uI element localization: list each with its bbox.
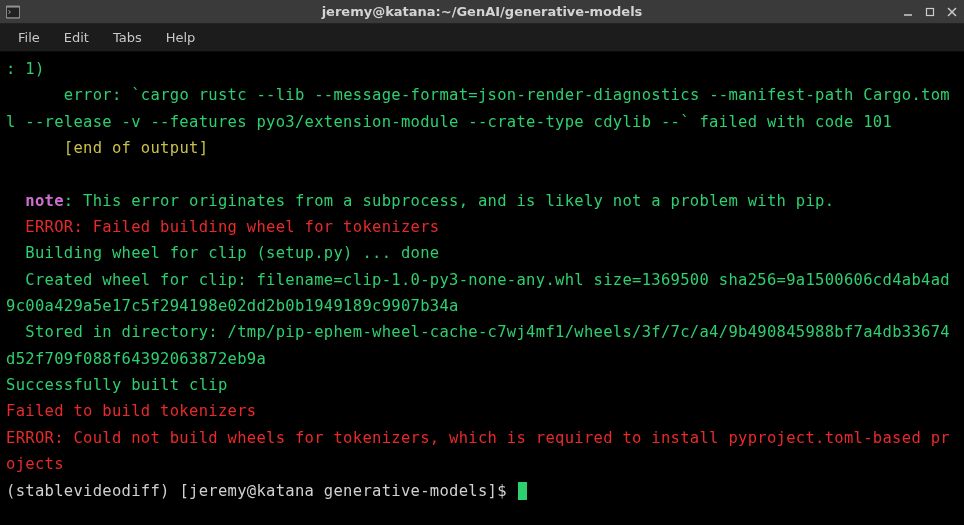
terminal-app-icon: [6, 5, 20, 19]
terminal-output[interactable]: : 1) error: `cargo rustc --lib --message…: [0, 52, 964, 525]
prompt-userhost: [jeremy@katana generative-models]$: [179, 482, 516, 500]
output-line: error: `cargo rustc --lib --message-form…: [6, 86, 950, 130]
minimize-button[interactable]: [902, 6, 914, 18]
menubar: File Edit Tabs Help: [0, 24, 964, 52]
menu-tabs[interactable]: Tabs: [103, 26, 152, 49]
prompt-env: (stablevideodiff): [6, 482, 179, 500]
output-line: Building wheel for clip (setup.py) ... d…: [6, 244, 439, 262]
svg-rect-3: [927, 8, 934, 15]
success-line: Successfully built clip: [6, 376, 228, 394]
maximize-button[interactable]: [924, 6, 936, 18]
fail-line: Failed to build tokenizers: [6, 402, 256, 420]
menu-file[interactable]: File: [8, 26, 50, 49]
menu-edit[interactable]: Edit: [54, 26, 99, 49]
window-title: jeremy@katana:~/GenAI/generative-models: [322, 4, 643, 19]
output-line: Created wheel for clip: filename=clip-1.…: [6, 271, 950, 315]
window-controls: [902, 6, 958, 18]
note-line: note: This error originates from a subpr…: [6, 192, 834, 210]
end-of-output-line: [end of output]: [6, 139, 208, 157]
cursor: [518, 482, 527, 500]
error-line: ERROR: Could not build wheels for tokeni…: [6, 429, 950, 473]
error-line: ERROR: Failed building wheel for tokeniz…: [6, 218, 439, 236]
output-line: Stored in directory: /tmp/pip-ephem-whee…: [6, 323, 950, 367]
window-titlebar: jeremy@katana:~/GenAI/generative-models: [0, 0, 964, 24]
close-button[interactable]: [946, 6, 958, 18]
menu-help[interactable]: Help: [156, 26, 206, 49]
svg-rect-1: [7, 7, 19, 17]
prompt-line: (stablevideodiff) [jeremy@katana generat…: [6, 482, 527, 500]
output-line: : 1): [6, 60, 45, 78]
